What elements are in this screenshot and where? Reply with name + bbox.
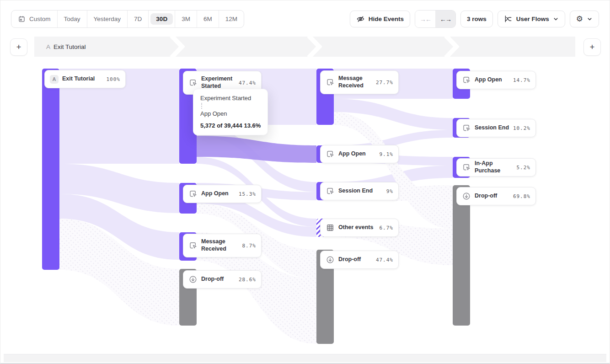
date-range-label: 7D	[134, 16, 142, 22]
step-label[interactable]: A Exit Tutorial	[46, 37, 86, 57]
eye-off-icon	[356, 15, 365, 23]
date-range-12m[interactable]: 12M	[219, 11, 244, 27]
date-range-30d[interactable]: 30D	[149, 11, 175, 27]
flow-node-percentage: 69.8%	[513, 193, 530, 199]
toolbar: CustomTodayYesterday7D30D3M6M12M Hide Ev…	[11, 11, 599, 27]
flow-node-percentage: 9%	[386, 188, 393, 194]
date-range-label: 6M	[203, 16, 212, 22]
chevron-down-icon	[587, 16, 593, 22]
tooltip-source-event: Experiment Started	[200, 95, 261, 102]
flow-node-label: Other events	[338, 224, 376, 231]
date-range-label: 30D	[156, 16, 167, 22]
step-chevron-separator	[169, 37, 185, 57]
other-events-grid-icon	[326, 223, 335, 232]
flow-node-session-end[interactable]: Session End9%	[320, 182, 399, 200]
chart-type-dropdown[interactable]: User Flows	[498, 11, 565, 27]
expand-columns-button[interactable]: ←→	[435, 11, 455, 27]
rows-button[interactable]: 3 rows	[460, 11, 493, 27]
flow-bar-dropoff[interactable]	[453, 185, 470, 326]
tooltip-connector	[201, 103, 202, 109]
date-range-label: 3M	[182, 16, 190, 22]
date-range-group: CustomTodayYesterday7D30D3M6M12M	[11, 10, 244, 28]
flow-node-drop-off[interactable]: Drop-off28.6%	[183, 270, 262, 289]
date-range-3m[interactable]: 3M	[175, 11, 197, 27]
user-flows-icon	[504, 15, 513, 23]
event-click-icon	[188, 78, 198, 87]
step-name: Exit Tutorial	[54, 43, 86, 50]
flow-node-drop-off[interactable]: Drop-off69.8%	[456, 187, 536, 205]
toolbar-right-group: Hide Events →← ←→ 3 rows User Flows ⚙	[350, 10, 599, 28]
flow-node-label: Drop-off	[475, 193, 509, 200]
flow-node-in-app-purchase[interactable]: In-App Purchase5.2%	[456, 158, 536, 177]
hide-events-label: Hide Events	[369, 16, 404, 22]
flow-node-app-open[interactable]: App Open9.1%	[320, 145, 399, 163]
step-chevron-separator	[444, 37, 459, 57]
flow-node-percentage: 8.7%	[242, 243, 257, 249]
drop-off-icon	[326, 255, 335, 264]
add-step-right-button[interactable]: +	[583, 38, 601, 56]
flow-node-other-events[interactable]: Other events6.7%	[320, 219, 399, 237]
add-step-left-button[interactable]: +	[10, 38, 27, 56]
collapse-columns-button[interactable]: →←	[415, 11, 435, 27]
flow-node-app-open[interactable]: App Open15.3%	[183, 185, 262, 203]
flow-node-percentage: 5.2%	[517, 165, 531, 171]
flow-node-percentage: 47.4%	[239, 80, 256, 86]
gear-icon: ⚙	[576, 15, 583, 23]
date-range-label: Today	[64, 16, 80, 22]
hide-events-button[interactable]: Hide Events	[350, 11, 410, 27]
plus-icon: +	[590, 43, 595, 52]
rows-label: 3 rows	[467, 16, 487, 22]
flow-node-percentage: 100%	[107, 76, 121, 82]
date-range-6m[interactable]: 6M	[197, 11, 219, 27]
date-range-today[interactable]: Today	[58, 11, 87, 27]
event-click-icon	[462, 75, 471, 85]
date-range-yesterday[interactable]: Yesterday	[87, 11, 128, 27]
flow-node-label: Session End	[338, 187, 383, 195]
steps-bar: + A Exit Tutorial +	[0, 37, 610, 57]
flow-node-label: App Open	[201, 190, 235, 198]
flow-node-percentage: 9.1%	[380, 151, 394, 157]
flow-node-label: Exit Tutorial	[62, 75, 103, 83]
flow-ribbon-highlighted[interactable]	[197, 136, 316, 163]
date-range-label: Yesterday	[94, 16, 121, 22]
date-range-label: 12M	[225, 16, 237, 22]
event-click-icon	[462, 163, 471, 172]
date-range-custom[interactable]: Custom	[11, 11, 58, 27]
flow-node-message-received[interactable]: Message Received27.7%	[320, 70, 399, 94]
flow-node-percentage: 14.7%	[513, 77, 530, 83]
chevron-down-icon	[553, 16, 559, 22]
flow-node-exit-tutorial[interactable]: AExit Tutorial100%	[44, 70, 126, 88]
flow-node-label: App Open	[475, 76, 509, 84]
flow-node-app-open[interactable]: App Open14.7%	[456, 71, 536, 89]
flow-node-label: Experiment Started	[201, 75, 235, 90]
spacing-segmented-control: →← ←→	[415, 10, 456, 28]
collapse-arrows-icon: →←	[420, 16, 431, 23]
date-range-7d[interactable]: 7D	[128, 11, 149, 27]
flow-node-label: Session End	[475, 124, 509, 132]
flow-node-drop-off[interactable]: Drop-off47.4%	[320, 251, 399, 269]
flow-link-tooltip: Experiment Started App Open 5,372 of 39,…	[193, 89, 268, 135]
flow-bar-purple[interactable]	[42, 69, 59, 270]
tooltip-target-event: App Open	[200, 110, 261, 117]
flow-node-percentage: 47.4%	[376, 257, 393, 263]
flow-node-percentage: 10.2%	[513, 125, 530, 131]
event-click-icon	[326, 187, 335, 196]
flow-node-percentage: 15.3%	[239, 191, 256, 197]
flow-node-session-end[interactable]: Session End10.2%	[456, 119, 536, 137]
event-click-icon	[188, 241, 198, 250]
tooltip-stat: 5,372 of 39,444 13.6%	[200, 122, 261, 129]
flow-node-label: Drop-off	[338, 256, 372, 263]
event-click-icon	[326, 78, 335, 87]
horizontal-scrollbar-track[interactable]	[4, 354, 606, 362]
flow-node-label: App Open	[338, 150, 376, 158]
drop-off-icon	[462, 192, 471, 201]
flow-node-label: In-App Purchase	[475, 160, 513, 174]
flow-node-label: Message Received	[201, 238, 239, 252]
flow-node-message-received[interactable]: Message Received8.7%	[183, 234, 262, 257]
settings-dropdown[interactable]: ⚙	[570, 11, 599, 27]
event-click-icon	[462, 123, 471, 133]
expand-arrows-icon: ←→	[440, 16, 451, 23]
flow-node-label: Message Received	[338, 75, 372, 89]
flow-node-percentage: 28.6%	[239, 277, 256, 283]
event-click-icon	[326, 150, 335, 159]
